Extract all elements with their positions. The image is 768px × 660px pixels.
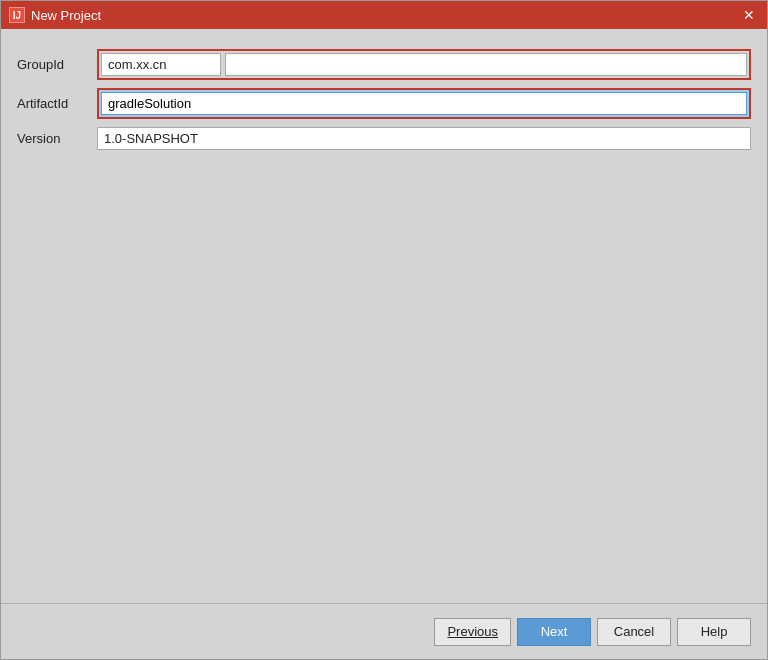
- previous-button[interactable]: Previous: [434, 618, 511, 646]
- intellij-icon: IJ: [9, 7, 25, 23]
- artifactid-row: ArtifactId: [17, 88, 751, 119]
- version-label: Version: [17, 131, 97, 146]
- dialog-title: New Project: [31, 8, 101, 23]
- next-button[interactable]: Next: [517, 618, 591, 646]
- groupid-short-input[interactable]: [101, 53, 221, 76]
- dialog-body: GroupId ArtifactId Version: [1, 29, 767, 603]
- groupid-row: GroupId: [17, 49, 751, 80]
- title-bar-left: IJ New Project: [9, 7, 101, 23]
- version-row: Version: [17, 127, 751, 150]
- close-button[interactable]: ✕: [739, 5, 759, 25]
- artifactid-input[interactable]: [101, 92, 747, 115]
- groupid-long-input[interactable]: [225, 53, 747, 76]
- new-project-dialog: IJ New Project ✕ GroupId ArtifactId Vers…: [0, 0, 768, 660]
- dialog-footer: Previous Next Cancel Help: [1, 603, 767, 659]
- groupid-label: GroupId: [17, 57, 97, 72]
- cancel-button[interactable]: Cancel: [597, 618, 671, 646]
- version-input[interactable]: [97, 127, 751, 150]
- title-bar: IJ New Project ✕: [1, 1, 767, 29]
- artifactid-label: ArtifactId: [17, 96, 97, 111]
- help-button[interactable]: Help: [677, 618, 751, 646]
